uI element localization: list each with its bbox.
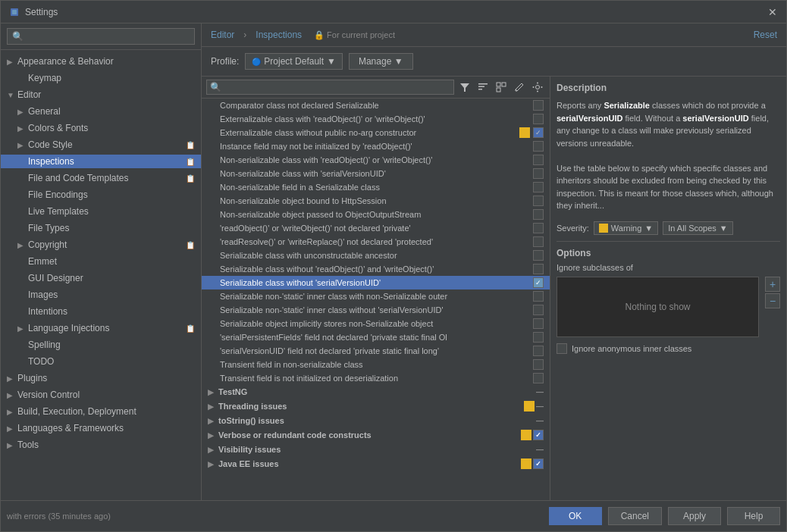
inspections-search[interactable]: 🔍 bbox=[206, 80, 454, 95]
sidebar-item-file-encodings[interactable]: File Encodings bbox=[1, 186, 201, 203]
inspection-item[interactable]: Serializable object implicitly stores no… bbox=[202, 317, 550, 330]
filter-icon[interactable] bbox=[457, 80, 472, 95]
inspection-group-testng[interactable]: ▶ TestNG — bbox=[202, 385, 550, 399]
sidebar-item-gui-designer[interactable]: GUI Designer bbox=[1, 270, 201, 286]
inspection-item[interactable]: Serializable non-'static' inner class wi… bbox=[202, 303, 550, 317]
inspection-group-visibility[interactable]: ▶ Visibility issues — bbox=[202, 443, 550, 456]
sidebar-item-general[interactable]: ▶ General bbox=[1, 103, 201, 120]
inspection-item[interactable]: Serializable non-'static' inner class wi… bbox=[202, 289, 550, 303]
sidebar-item-code-style[interactable]: ▶ Code Style 📋 bbox=[1, 136, 201, 153]
close-button[interactable]: ✕ bbox=[767, 6, 779, 18]
sidebar-item-todo[interactable]: TODO bbox=[1, 353, 201, 370]
sidebar-item-version-control[interactable]: ▶ Version Control bbox=[1, 386, 201, 403]
inspection-item[interactable]: Comparator class not declared Serializab… bbox=[202, 99, 550, 112]
inspection-checkbox[interactable] bbox=[533, 305, 544, 315]
inspection-checkbox[interactable] bbox=[533, 264, 544, 274]
inspection-checkbox[interactable] bbox=[533, 373, 544, 383]
inspection-checkbox[interactable] bbox=[533, 209, 544, 220]
inspection-item[interactable]: 'readResolve()' or 'writeReplace()' not … bbox=[202, 235, 550, 249]
inspection-group-javaee[interactable]: ▶ Java EE issues ✓ bbox=[202, 456, 550, 471]
inspection-checkbox[interactable] bbox=[533, 359, 544, 370]
group-dash: — bbox=[536, 417, 544, 425]
expand-all-icon[interactable] bbox=[494, 80, 509, 95]
inspection-group-verbose[interactable]: ▶ Verbose or redundant code constructs ✓ bbox=[202, 427, 550, 443]
add-subclass-button[interactable]: + bbox=[765, 277, 780, 292]
inspection-item[interactable]: Non-serializable field in a Serializable… bbox=[202, 180, 550, 194]
inspection-group-tostring[interactable]: ▶ toString() issues — bbox=[202, 414, 550, 427]
sidebar-item-plugins[interactable]: ▶ Plugins bbox=[1, 370, 201, 386]
inspections-search-input[interactable] bbox=[221, 82, 450, 92]
inspection-item-text: Transient field is not initialized on de… bbox=[220, 374, 530, 383]
settings-icon[interactable] bbox=[530, 80, 545, 95]
edit-icon[interactable] bbox=[512, 80, 527, 95]
inspection-item[interactable]: Non-serializable class with 'readObject(… bbox=[202, 153, 550, 167]
inspection-item[interactable]: Transient field is not initialized on de… bbox=[202, 371, 550, 385]
inspection-checkbox[interactable] bbox=[533, 291, 544, 302]
sidebar-item-colors-fonts[interactable]: ▶ Colors & Fonts bbox=[1, 120, 201, 136]
inspection-checkbox[interactable]: ✓ bbox=[533, 127, 544, 138]
sidebar-item-languages[interactable]: ▶ Languages & Frameworks bbox=[1, 420, 201, 437]
inspection-item[interactable]: Serializable class without 'readObject()… bbox=[202, 262, 550, 276]
severity-dropdown[interactable]: Warning ▼ bbox=[594, 221, 658, 235]
inspection-item[interactable]: Non-serializable class with 'serialVersi… bbox=[202, 167, 550, 180]
manage-button[interactable]: Manage ▼ bbox=[349, 53, 413, 70]
inspection-checkbox[interactable]: ✓ bbox=[533, 458, 544, 469]
inspection-item[interactable]: Instance field may not be initialized by… bbox=[202, 139, 550, 153]
inspection-checkbox[interactable] bbox=[533, 155, 544, 165]
inspection-checkbox[interactable] bbox=[533, 332, 544, 343]
inspection-checkbox[interactable] bbox=[533, 168, 544, 179]
sort-icon[interactable] bbox=[475, 80, 491, 95]
inspection-item[interactable]: Externalizable class with 'readObject()'… bbox=[202, 112, 550, 126]
inspection-checkbox[interactable] bbox=[533, 223, 544, 233]
sidebar-item-intentions[interactable]: Intentions bbox=[1, 303, 201, 320]
sidebar-item-inspections[interactable]: Inspections 📋 bbox=[1, 153, 201, 170]
sidebar-item-build[interactable]: ▶ Build, Execution, Deployment bbox=[1, 403, 201, 420]
scope-dropdown[interactable]: In All Scopes ▼ bbox=[663, 221, 732, 235]
inspection-checkbox[interactable] bbox=[533, 318, 544, 329]
inspection-item[interactable]: Transient field in non-serializable clas… bbox=[202, 358, 550, 371]
inspections-scroll: Comparator class not declared Serializab… bbox=[202, 99, 550, 500]
sidebar-search-input[interactable] bbox=[7, 28, 195, 45]
help-button[interactable]: Help bbox=[727, 507, 780, 525]
sidebar-label: File Types bbox=[28, 223, 69, 233]
inspection-item[interactable]: Externalizable class without public no-a… bbox=[202, 126, 550, 139]
inspection-checkbox[interactable] bbox=[533, 196, 544, 206]
inspection-checkbox[interactable] bbox=[533, 141, 544, 152]
profile-dropdown[interactable]: 🔵 Project Default ▼ bbox=[245, 53, 343, 70]
inspection-item[interactable]: 'serialPersistentFields' field not decla… bbox=[202, 330, 550, 344]
inspection-checkbox[interactable]: ✓ bbox=[533, 277, 544, 288]
sidebar-item-emmet[interactable]: Emmet bbox=[1, 253, 201, 270]
inspection-checkbox[interactable] bbox=[533, 114, 544, 124]
sidebar-item-images[interactable]: Images bbox=[1, 286, 201, 303]
inspection-item-selected[interactable]: Serializable class without 'serialVersio… bbox=[202, 276, 550, 289]
inspection-item[interactable]: Non-serializable object passed to Object… bbox=[202, 208, 550, 221]
apply-button[interactable]: Apply bbox=[668, 507, 721, 525]
inspection-item[interactable]: Non-serializable object bound to HttpSes… bbox=[202, 194, 550, 208]
inspection-item[interactable]: Serializable class with unconstructable … bbox=[202, 249, 550, 262]
reset-button[interactable]: Reset bbox=[754, 30, 777, 40]
expand-arrow: ▶ bbox=[17, 108, 28, 116]
sidebar-item-copyright[interactable]: ▶ Copyright 📋 bbox=[1, 236, 201, 253]
sidebar-item-editor[interactable]: ▼ Editor bbox=[1, 86, 201, 103]
inspection-checkbox[interactable]: ✓ bbox=[533, 430, 544, 440]
inspection-checkbox[interactable] bbox=[533, 236, 544, 247]
remove-subclass-button[interactable]: − bbox=[765, 293, 780, 308]
sidebar-item-file-types[interactable]: File Types bbox=[1, 220, 201, 236]
sidebar-item-appearance[interactable]: ▶ Appearance & Behavior bbox=[1, 53, 201, 70]
sidebar-item-lang-injections[interactable]: ▶ Language Injections 📋 bbox=[1, 320, 201, 336]
inspection-group-threading[interactable]: ▶ Threading issues — bbox=[202, 399, 550, 414]
inspection-checkbox[interactable] bbox=[533, 100, 544, 111]
sidebar-item-tools[interactable]: ▶ Tools bbox=[1, 437, 201, 453]
sidebar-item-live-templates[interactable]: Live Templates bbox=[1, 203, 201, 220]
inspection-checkbox[interactable] bbox=[533, 182, 544, 192]
ignore-anonymous-checkbox[interactable] bbox=[557, 343, 567, 354]
sidebar-item-keymap[interactable]: Keymap bbox=[1, 70, 201, 86]
inspection-item[interactable]: 'readObject()' or 'writeObject()' not de… bbox=[202, 221, 550, 235]
cancel-button[interactable]: Cancel bbox=[608, 507, 662, 525]
ok-button[interactable]: OK bbox=[549, 507, 602, 525]
inspection-item[interactable]: 'serialVersionUID' field not declared 'p… bbox=[202, 344, 550, 358]
inspection-checkbox[interactable] bbox=[533, 346, 544, 356]
inspection-checkbox[interactable] bbox=[533, 250, 544, 261]
sidebar-item-spelling[interactable]: Spelling bbox=[1, 336, 201, 353]
sidebar-item-file-templates[interactable]: File and Code Templates 📋 bbox=[1, 170, 201, 186]
